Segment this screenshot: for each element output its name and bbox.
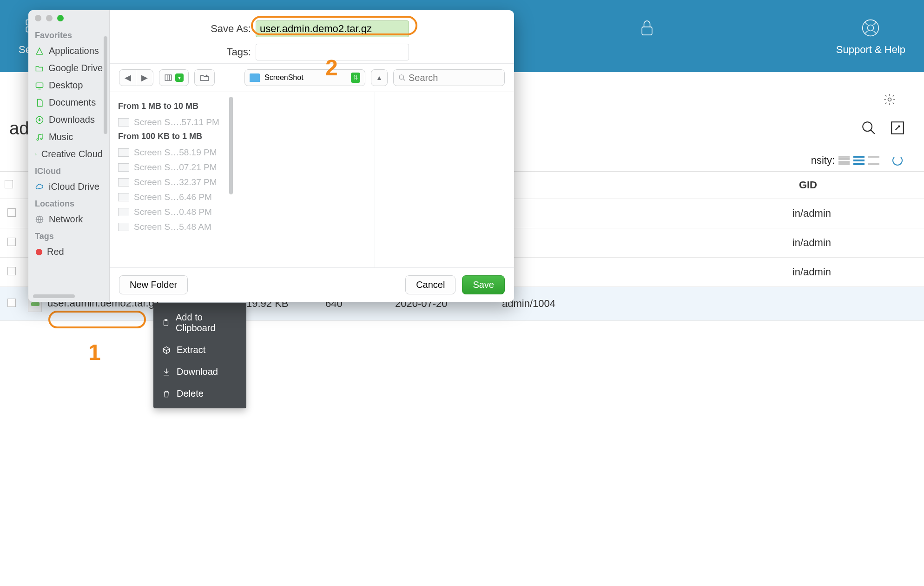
file-thumb-icon xyxy=(118,178,129,186)
up-down-chevron-icon: ⇅ xyxy=(351,73,360,83)
svg-point-18 xyxy=(399,75,403,79)
window-close-icon[interactable] xyxy=(35,15,41,21)
sidebar-item-downloads[interactable]: Downloads xyxy=(28,111,109,128)
save-as-label: Save As: xyxy=(121,23,256,35)
window-traffic-lights xyxy=(28,10,109,27)
file-column-3[interactable] xyxy=(375,92,515,267)
sidebar-horizontal-scrollbar[interactable] xyxy=(33,294,75,298)
menu-download[interactable]: Download xyxy=(153,361,246,383)
sidebar-section-icloud: iCloud xyxy=(28,163,109,178)
search-icon xyxy=(398,73,406,82)
file-item[interactable]: Screen S…58.19 PM xyxy=(110,145,235,160)
settings-gear-icon[interactable] xyxy=(883,93,896,106)
annotation-highlight-1 xyxy=(48,311,146,328)
tags-label: Tags: xyxy=(121,46,256,58)
file-thumb-icon xyxy=(118,148,129,157)
row-checkbox[interactable] xyxy=(7,208,16,217)
nav-mid-3[interactable] xyxy=(634,17,660,56)
density-medium-button[interactable] xyxy=(853,156,865,165)
file-item[interactable]: Screen S…32.37 PM xyxy=(110,175,235,190)
svg-point-7 xyxy=(888,98,891,101)
file-column-1[interactable]: From 1 MB to 10 MB Screen S….57.11 PM Fr… xyxy=(110,92,235,267)
new-folder-button[interactable]: New Folder xyxy=(119,275,188,294)
reload-icon[interactable] xyxy=(892,155,903,166)
search-icon[interactable] xyxy=(861,120,877,138)
cell-uidgid: admin/1004 xyxy=(497,287,924,321)
file-browser-columns: From 1 MB to 10 MB Screen S….57.11 PM Fr… xyxy=(110,92,514,267)
view-mode-toggle[interactable]: ▾ xyxy=(159,69,189,86)
svg-point-6 xyxy=(868,25,874,31)
columns-view-icon xyxy=(164,73,172,82)
folder-plus-icon xyxy=(199,73,210,82)
search-field-wrapper xyxy=(393,69,505,86)
sidebar-item-network[interactable]: Network xyxy=(28,211,109,228)
density-compact-button[interactable] xyxy=(838,156,850,165)
chevron-down-icon: ▾ xyxy=(175,73,184,82)
sidebar-section-favorites: Favorites xyxy=(28,27,109,42)
annotation-number-1: 1 xyxy=(88,340,101,365)
row-checkbox[interactable] xyxy=(7,299,16,307)
sidebar-vertical-scrollbar[interactable] xyxy=(104,36,107,134)
fullscreen-icon[interactable] xyxy=(890,120,905,138)
sidebar-item-tag-red[interactable]: Red xyxy=(28,243,109,260)
lifebuoy-icon xyxy=(858,17,884,39)
file-item[interactable]: Screen S…07.21 PM xyxy=(110,160,235,175)
file-item[interactable]: Screen S…5.48 AM xyxy=(110,220,235,234)
file-item[interactable]: Screen S…6.46 PM xyxy=(110,190,235,205)
location-dropdown[interactable]: ScreenShot ⇅ xyxy=(244,69,365,86)
save-dialog-toolbar: ◀ ▶ ▾ ScreenShot ⇅ ▲ xyxy=(110,63,514,92)
file-group-header: From 1 MB to 10 MB xyxy=(110,100,235,115)
nav-back-button[interactable]: ◀ xyxy=(119,70,136,86)
sidebar-item-documents[interactable]: Documents xyxy=(28,94,109,111)
save-button[interactable]: Save xyxy=(462,275,505,294)
annotation-highlight-2 xyxy=(251,16,417,35)
sidebar-item-music[interactable]: Music xyxy=(28,128,109,146)
save-as-section: Save As: Tags: 2 xyxy=(110,10,514,63)
sidebar-section-tags: Tags xyxy=(28,228,109,243)
save-dialog-sidebar: Favorites Applications Google Drive Desk… xyxy=(28,10,110,302)
row-checkbox[interactable] xyxy=(7,238,16,246)
file-thumb-icon xyxy=(118,193,129,201)
file-item[interactable]: Screen S….57.11 PM xyxy=(110,115,235,130)
context-menu: Add to Clipboard Extract Download Delete xyxy=(153,303,246,408)
save-dialog: Favorites Applications Google Drive Desk… xyxy=(28,10,514,302)
sidebar-item-google-drive[interactable]: Google Drive xyxy=(28,60,109,77)
expand-toggle[interactable]: ▲ xyxy=(371,69,388,86)
search-input[interactable] xyxy=(409,73,500,83)
new-folder-icon-button[interactable] xyxy=(194,69,215,86)
density-label: nsity: xyxy=(811,154,835,166)
chevron-up-icon: ▲ xyxy=(376,74,383,81)
svg-point-14 xyxy=(37,139,38,140)
menu-delete[interactable]: Delete xyxy=(153,383,246,405)
menu-add-to-clipboard[interactable]: Add to Clipboard xyxy=(153,306,246,339)
file-thumb-icon xyxy=(118,208,129,216)
file-thumb-icon xyxy=(118,118,129,127)
nav-forward-button[interactable]: ▶ xyxy=(136,70,153,86)
file-item[interactable]: Screen S…0.48 PM xyxy=(110,205,235,220)
row-checkbox[interactable] xyxy=(7,267,16,275)
svg-point-8 xyxy=(863,122,872,131)
file-column-2[interactable] xyxy=(235,92,375,267)
select-all-checkbox[interactable] xyxy=(5,180,13,188)
cancel-button[interactable]: Cancel xyxy=(405,275,455,294)
annotation-number-2: 2 xyxy=(325,55,338,80)
nav-support[interactable]: Support & Help xyxy=(836,17,905,56)
window-zoom-icon[interactable] xyxy=(57,15,64,21)
window-minimize-icon[interactable] xyxy=(46,15,53,21)
sidebar-section-locations: Locations xyxy=(28,195,109,211)
menu-extract[interactable]: Extract xyxy=(153,339,246,361)
file-thumb-icon xyxy=(118,223,129,231)
save-dialog-main: Save As: Tags: 2 ◀ ▶ ▾ xyxy=(110,10,514,302)
nav-back-forward: ◀ ▶ xyxy=(119,69,153,86)
density-large-button[interactable] xyxy=(868,156,879,165)
sidebar-item-icloud-drive[interactable]: iCloud Drive xyxy=(28,178,109,195)
nav-support-label: Support & Help xyxy=(836,44,905,56)
file-thumb-icon xyxy=(118,163,129,172)
save-dialog-footer: New Folder Cancel Save xyxy=(110,267,514,302)
svg-point-15 xyxy=(41,138,42,139)
file-group-header: From 100 KB to 1 MB xyxy=(110,130,235,145)
sidebar-item-creative-cloud[interactable]: Creative Cloud xyxy=(28,146,109,163)
sidebar-item-desktop[interactable]: Desktop xyxy=(28,77,109,94)
page-title: ad xyxy=(9,119,29,139)
sidebar-item-applications[interactable]: Applications xyxy=(28,42,109,60)
